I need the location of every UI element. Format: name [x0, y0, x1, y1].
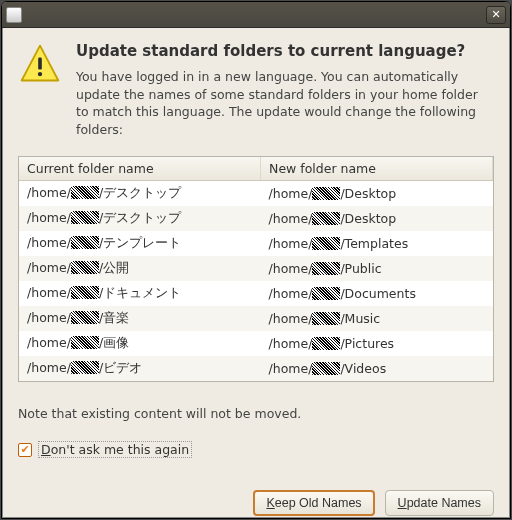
table-row[interactable]: /home//音楽/home//Music: [19, 306, 493, 331]
new-folder-cell: /home//Music: [261, 306, 493, 331]
dont-ask-label[interactable]: Don't ask me this again: [38, 441, 192, 458]
update-names-button[interactable]: Update Names: [385, 490, 494, 516]
redacted-username: [71, 261, 99, 274]
redacted-username: [71, 361, 99, 374]
new-folder-cell: /home//Templates: [261, 231, 493, 256]
svg-rect-0: [38, 58, 42, 70]
current-folder-cell: /home//画像: [19, 331, 261, 356]
redacted-username: [312, 262, 340, 275]
redacted-username: [71, 311, 99, 324]
table-row[interactable]: /home//テンプレート/home//Templates: [19, 231, 493, 256]
current-folder-cell: /home//音楽: [19, 306, 261, 331]
warning-icon: [18, 42, 62, 86]
redacted-username: [71, 286, 99, 299]
column-header-current[interactable]: Current folder name: [19, 157, 261, 181]
current-folder-cell: /home//公開: [19, 256, 261, 281]
dialog-message: You have logged in in a new language. Yo…: [76, 68, 494, 138]
table-row[interactable]: /home//デスクトップ/home//Desktop: [19, 181, 493, 207]
folders-table: Current folder name New folder name /hom…: [18, 156, 494, 382]
redacted-username: [71, 211, 99, 224]
redacted-username: [71, 186, 99, 199]
redacted-username: [312, 362, 340, 375]
table-row[interactable]: /home//ビデオ/home//Videos: [19, 356, 493, 381]
window-icon: [6, 7, 22, 23]
dialog-window: ✕ Update standard folders to current lan…: [1, 1, 511, 519]
titlebar[interactable]: ✕: [2, 2, 510, 28]
redacted-username: [312, 287, 340, 300]
redacted-username: [312, 312, 340, 325]
new-folder-cell: /home//Documents: [261, 281, 493, 306]
column-header-new[interactable]: New folder name: [261, 157, 493, 181]
dialog-heading: Update standard folders to current langu…: [76, 42, 494, 60]
redacted-username: [71, 336, 99, 349]
keep-old-names-button[interactable]: Keep Old Names: [253, 490, 374, 516]
new-folder-cell: /home//Desktop: [261, 181, 493, 207]
table-row[interactable]: /home//ドキュメント/home//Documents: [19, 281, 493, 306]
table-row[interactable]: /home//公開/home//Public: [19, 256, 493, 281]
current-folder-cell: /home//テンプレート: [19, 231, 261, 256]
redacted-username: [312, 237, 340, 250]
table-row[interactable]: /home//画像/home//Pictures: [19, 331, 493, 356]
current-folder-cell: /home//デスクトップ: [19, 206, 261, 231]
note-text: Note that existing content will not be m…: [18, 406, 494, 421]
redacted-username: [71, 236, 99, 249]
new-folder-cell: /home//Public: [261, 256, 493, 281]
redacted-username: [312, 187, 340, 200]
button-row: Keep Old Names Update Names: [18, 482, 494, 516]
redacted-username: [312, 212, 340, 225]
new-folder-cell: /home//Pictures: [261, 331, 493, 356]
current-folder-cell: /home//デスクトップ: [19, 181, 261, 207]
new-folder-cell: /home//Desktop: [261, 206, 493, 231]
svg-point-1: [38, 72, 42, 76]
close-button[interactable]: ✕: [486, 6, 506, 24]
current-folder-cell: /home//ビデオ: [19, 356, 261, 381]
close-icon: ✕: [491, 8, 500, 21]
current-folder-cell: /home//ドキュメント: [19, 281, 261, 306]
redacted-username: [312, 337, 340, 350]
new-folder-cell: /home//Videos: [261, 356, 493, 381]
dont-ask-checkbox[interactable]: ✔: [18, 443, 32, 457]
table-row[interactable]: /home//デスクトップ/home//Desktop: [19, 206, 493, 231]
